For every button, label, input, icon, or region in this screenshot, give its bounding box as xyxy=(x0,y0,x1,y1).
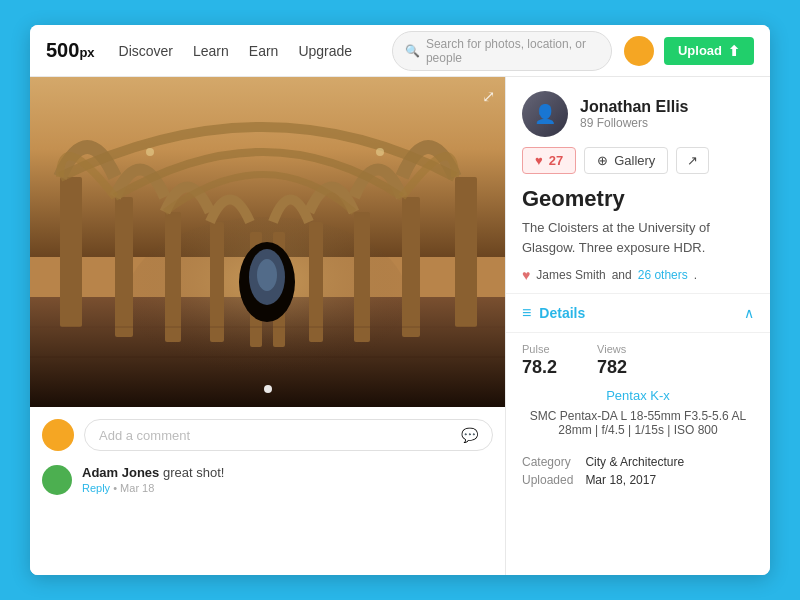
arch-svg xyxy=(30,77,505,407)
comment-meta: Reply • Mar 18 xyxy=(82,482,224,494)
photographer-name: Jonathan Ellis xyxy=(580,98,688,116)
photographer-avatar[interactable]: 👤 xyxy=(522,91,568,137)
nav-learn[interactable]: Learn xyxy=(193,43,229,59)
svg-rect-7 xyxy=(210,222,224,342)
svg-rect-12 xyxy=(309,222,323,342)
dot-indicator xyxy=(264,385,272,393)
camera-link[interactable]: Pentax K-x xyxy=(506,388,770,407)
views-stat: Views 782 xyxy=(597,343,627,378)
stats-row: Pulse 78.2 Views 782 xyxy=(506,333,770,388)
gallery-icon: ⊕ xyxy=(597,153,608,168)
search-icon: 🔍 xyxy=(405,44,420,58)
comments-area: Add a comment 💬 Adam Jones great shot! R… xyxy=(30,407,505,575)
svg-rect-4 xyxy=(60,177,82,327)
comment-date: Mar 18 xyxy=(120,482,154,494)
like-button[interactable]: ♥ 27 xyxy=(522,147,576,174)
uploaded-value: Mar 18, 2017 xyxy=(585,473,754,487)
photo-title: Geometry xyxy=(506,186,770,218)
main-content: ⤢ Add a comment 💬 xyxy=(30,77,770,575)
logo-px: px xyxy=(79,45,94,60)
category-value: City & Architecture xyxy=(585,455,754,469)
user-section: 👤 Jonathan Ellis 89 Followers xyxy=(506,77,770,147)
uploaded-label: Uploaded xyxy=(522,473,573,487)
followers-count: 89 Followers xyxy=(580,116,688,130)
search-placeholder: Search for photos, location, or people xyxy=(426,37,599,65)
views-value: 782 xyxy=(597,357,627,378)
pulse-stat: Pulse 78.2 xyxy=(522,343,557,378)
liked-by-sep: and xyxy=(612,268,632,282)
svg-point-16 xyxy=(257,259,277,291)
liked-by-others-link[interactable]: 26 others xyxy=(638,268,688,282)
svg-rect-5 xyxy=(115,197,133,337)
action-row: ♥ 27 ⊕ Gallery ↗ xyxy=(506,147,770,186)
details-section: ≡ Details ∧ Pulse 78.2 Views 782 Penta xyxy=(506,293,770,501)
share-icon: ↗ xyxy=(687,153,698,168)
expand-icon[interactable]: ⤢ xyxy=(482,87,495,106)
user-info: Jonathan Ellis 89 Followers xyxy=(580,98,688,130)
share-button[interactable]: ↗ xyxy=(676,147,709,174)
details-header[interactable]: ≡ Details ∧ xyxy=(506,294,770,333)
svg-point-17 xyxy=(146,148,154,156)
logo-text: 500 xyxy=(46,39,79,62)
liked-heart-icon: ♥ xyxy=(522,267,530,283)
nav-upgrade[interactable]: Upgrade xyxy=(298,43,352,59)
upload-button[interactable]: Upload ⬆ xyxy=(664,37,754,65)
upload-icon: ⬆ xyxy=(728,43,740,59)
main-nav: Discover Learn Earn Upgrade xyxy=(119,43,353,59)
commenter-avatar xyxy=(42,465,72,495)
heart-icon: ♥ xyxy=(535,153,543,168)
search-bar[interactable]: 🔍 Search for photos, location, or people xyxy=(392,31,612,71)
pulse-value: 78.2 xyxy=(522,357,557,378)
avatar-inner: 👤 xyxy=(522,91,568,137)
camera-settings: SMC Pentax-DA L 18-55mm F3.5-5.6 AL 28mm… xyxy=(506,407,770,447)
views-label: Views xyxy=(597,343,627,355)
comment-item: Adam Jones great shot! Reply • Mar 18 xyxy=(42,465,493,495)
gallery-button[interactable]: ⊕ Gallery xyxy=(584,147,668,174)
category-label: Category xyxy=(522,455,573,469)
reply-link[interactable]: Reply xyxy=(82,482,110,494)
gallery-label: Gallery xyxy=(614,153,655,168)
nav-discover[interactable]: Discover xyxy=(119,43,173,59)
nav-earn[interactable]: Earn xyxy=(249,43,279,59)
comment-text: great shot! xyxy=(163,465,224,480)
comment-input-row: Add a comment 💬 xyxy=(42,419,493,451)
user-avatar-header[interactable] xyxy=(624,36,654,66)
left-panel: ⤢ Add a comment 💬 xyxy=(30,77,505,575)
like-count: 27 xyxy=(549,153,563,168)
upload-label: Upload xyxy=(678,43,722,58)
liked-by: ♥ James Smith and 26 others. xyxy=(506,267,770,293)
svg-point-18 xyxy=(376,148,384,156)
details-label: Details xyxy=(539,305,585,321)
comment-placeholder: Add a comment xyxy=(99,428,190,443)
chevron-up-icon: ∧ xyxy=(744,305,754,321)
svg-rect-11 xyxy=(354,212,370,342)
comment-input[interactable]: Add a comment 💬 xyxy=(84,419,493,451)
right-panel: 👤 Jonathan Ellis 89 Followers ♥ 27 ⊕ Gal… xyxy=(505,77,770,575)
details-header-left: ≡ Details xyxy=(522,304,585,322)
dot-1 xyxy=(264,385,272,393)
meta-grid: Category City & Architecture Uploaded Ma… xyxy=(506,447,770,501)
header: 500px Discover Learn Earn Upgrade 🔍 Sear… xyxy=(30,25,770,77)
svg-rect-10 xyxy=(402,197,420,337)
comment-content: Adam Jones great shot! Reply • Mar 18 xyxy=(82,465,224,494)
photo-description: The Cloisters at the University of Glasg… xyxy=(506,218,770,267)
photo-container: ⤢ xyxy=(30,77,505,407)
liked-by-user: James Smith xyxy=(536,268,605,282)
pulse-label: Pulse xyxy=(522,343,557,355)
comment-username: Adam Jones xyxy=(82,465,159,480)
photo-image xyxy=(30,77,505,407)
comment-send-icon: 💬 xyxy=(461,427,478,443)
details-list-icon: ≡ xyxy=(522,304,531,322)
current-user-avatar xyxy=(42,419,74,451)
svg-rect-6 xyxy=(165,212,181,342)
svg-rect-9 xyxy=(455,177,477,327)
logo[interactable]: 500px xyxy=(46,39,95,62)
